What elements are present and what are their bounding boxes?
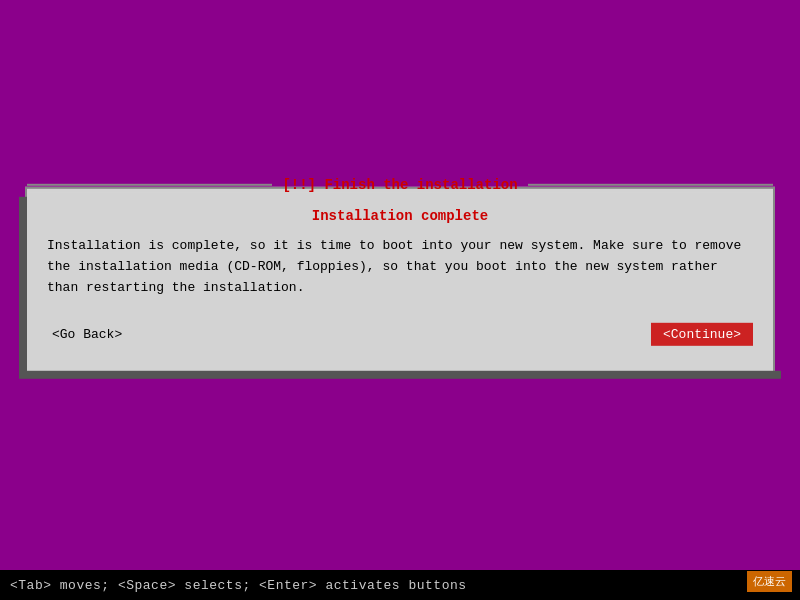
dialog: [!!] Finish the installation Installatio…	[25, 187, 775, 373]
dialog-bottom-shadow	[27, 371, 781, 379]
dialog-title: [!!] Finish the installation	[272, 177, 527, 193]
watermark: 亿速云	[747, 571, 792, 592]
dialog-container: [!!] Finish the installation Installatio…	[25, 187, 775, 373]
go-back-button[interactable]: <Go Back>	[47, 325, 127, 344]
dialog-message: Installation is complete, so it is time …	[47, 236, 753, 298]
title-line-right	[528, 184, 773, 186]
continue-button[interactable]: <Continue>	[651, 323, 753, 346]
dialog-left-shadow	[19, 197, 27, 379]
installation-complete-heading: Installation complete	[47, 208, 753, 224]
dialog-body: Installation complete Installation is co…	[27, 193, 773, 371]
status-bar-text: <Tab> moves; <Space> selects; <Enter> ac…	[10, 578, 467, 593]
status-bar: <Tab> moves; <Space> selects; <Enter> ac…	[0, 570, 800, 600]
title-line-left	[27, 184, 272, 186]
dialog-buttons: <Go Back> <Continue>	[47, 318, 753, 356]
dialog-title-bar: [!!] Finish the installation	[27, 177, 773, 193]
